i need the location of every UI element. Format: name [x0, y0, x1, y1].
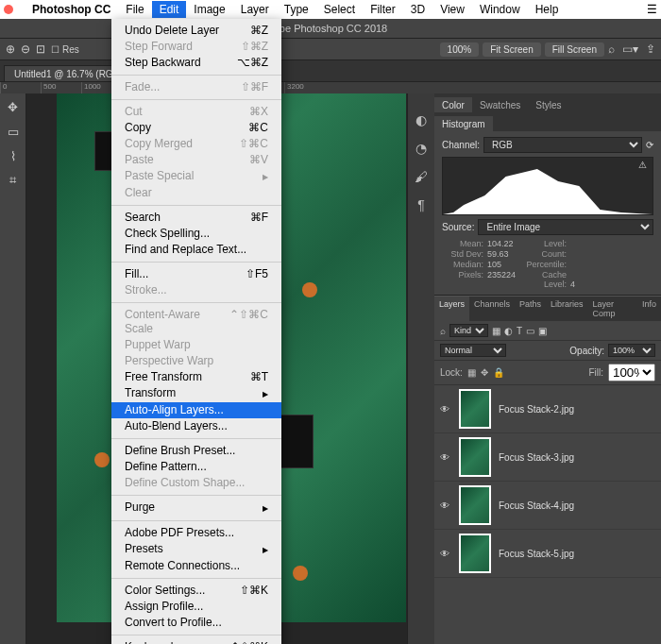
menu-item-check-spelling[interactable]: Check Spelling...: [111, 226, 281, 242]
layer-row[interactable]: 👁Focus Stack-3.jpg: [434, 433, 661, 482]
channel-select[interactable]: RGB: [483, 137, 642, 153]
layer-row[interactable]: 👁Focus Stack-5.jpg: [434, 530, 661, 578]
layer-name[interactable]: Focus Stack-2.jpg: [499, 404, 655, 415]
menu-item-color-settings[interactable]: Color Settings...⇧⌘K: [111, 583, 281, 599]
fill-select[interactable]: 100%: [608, 364, 655, 381]
menu-item-assign-profile[interactable]: Assign Profile...: [111, 599, 281, 615]
layer-row[interactable]: 👁Focus Stack-4.jpg: [434, 482, 661, 530]
tab-color[interactable]: Color: [434, 97, 472, 112]
marquee-tool-icon[interactable]: ▭: [4, 122, 23, 141]
warning-icon[interactable]: ⚠: [638, 160, 647, 170]
color-icon[interactable]: ◔: [415, 141, 427, 156]
menu-item-fill[interactable]: Fill...⇧F5: [111, 266, 281, 282]
zoom-out-icon[interactable]: ⊖: [21, 42, 30, 56]
menu-edit[interactable]: Edit: [152, 1, 187, 18]
search-icon[interactable]: ⌕: [608, 42, 615, 56]
menu-item-remote-connections[interactable]: Remote Connections...: [111, 558, 281, 574]
tab-channels[interactable]: Channels: [469, 297, 515, 321]
menu-item-adobe-pdf-presets[interactable]: Adobe PDF Presets...: [111, 525, 281, 541]
adjustments-icon[interactable]: ◐: [415, 112, 427, 127]
menu-item-keyboard-shortcuts[interactable]: Keyboard Shortcuts...⌃⇧⌘K: [111, 639, 281, 644]
notification-icon[interactable]: ☰: [647, 3, 657, 16]
tab-libraries[interactable]: Libraries: [546, 297, 588, 321]
menu-item-content-aware-scale: Content-Aware Scale⌃⇧⌘C: [111, 307, 281, 337]
workarea: ✥ ▭ ⌇ ⌗ ◐ ◔ 🖌 ¶ Color Swatches Styles: [0, 93, 661, 644]
filter-type-icon[interactable]: T: [517, 326, 522, 336]
layer-name[interactable]: Focus Stack-5.jpg: [499, 549, 655, 559]
window-close-dot[interactable]: [4, 5, 13, 14]
tab-layers[interactable]: Layers: [434, 297, 469, 321]
visibility-icon[interactable]: 👁: [440, 500, 451, 511]
filter-adjust-icon[interactable]: ◐: [504, 326, 513, 336]
zoom-percent-button[interactable]: 100%: [440, 42, 480, 57]
lock-all-icon[interactable]: 🔒: [493, 367, 504, 378]
layer-thumbnail[interactable]: [459, 485, 491, 525]
menu-item-undo-delete-layer[interactable]: Undo Delete Layer⌘Z: [111, 23, 281, 39]
fill-label: Fill:: [588, 367, 603, 378]
kind-select[interactable]: Kind: [449, 324, 488, 337]
zoom-fit-icon[interactable]: ⊡: [36, 42, 45, 56]
lock-pixels-icon[interactable]: ▦: [467, 367, 476, 378]
menu-item-presets[interactable]: Presets: [111, 541, 281, 558]
lasso-tool-icon[interactable]: ⌇: [4, 146, 23, 165]
refresh-icon[interactable]: ⟳: [646, 140, 653, 150]
layer-row[interactable]: 👁Focus Stack-2.jpg: [434, 385, 661, 433]
menu-item-convert-to-profile[interactable]: Convert to Profile...: [111, 615, 281, 631]
menu-view[interactable]: View: [432, 1, 472, 18]
layer-name[interactable]: Focus Stack-3.jpg: [499, 452, 655, 463]
menu-image[interactable]: Image: [186, 1, 232, 18]
menu-filter[interactable]: Filter: [363, 1, 403, 18]
menu-item-define-brush-preset[interactable]: Define Brush Preset...: [111, 443, 281, 459]
menu-item-copy[interactable]: Copy⌘C: [111, 120, 281, 136]
menu-item-find-and-replace-text[interactable]: Find and Replace Text...: [111, 242, 281, 258]
menu-item-free-transform[interactable]: Free Transform⌘T: [111, 369, 281, 385]
menu-item-search[interactable]: Search⌘F: [111, 210, 281, 226]
kind-filter-icon[interactable]: ⌕: [440, 326, 446, 336]
filter-smart-icon[interactable]: ▣: [538, 326, 547, 336]
visibility-icon[interactable]: 👁: [440, 404, 451, 415]
menu-item-auto-align-layers[interactable]: Auto-Align Layers...: [111, 402, 281, 418]
lock-position-icon[interactable]: ✥: [481, 367, 488, 378]
menu-item-step-backward[interactable]: Step Backward⌥⌘Z: [111, 55, 281, 71]
opacity-select[interactable]: 100%: [608, 344, 655, 357]
histogram-graph: ⚠: [442, 157, 653, 215]
fit-screen-button[interactable]: Fit Screen: [483, 42, 541, 57]
tab-histogram[interactable]: Histogram: [434, 116, 493, 131]
layer-name[interactable]: Focus Stack-4.jpg: [499, 500, 655, 511]
menu-help[interactable]: Help: [528, 1, 567, 18]
menu-3d[interactable]: 3D: [403, 1, 432, 18]
fill-screen-button[interactable]: Fill Screen: [545, 42, 604, 57]
resize-windows-checkbox[interactable]: ☐ Res: [51, 44, 79, 55]
menu-item-auto-blend-layers[interactable]: Auto-Blend Layers...: [111, 418, 281, 434]
filter-pixel-icon[interactable]: ▦: [492, 326, 500, 336]
move-tool-icon[interactable]: ✥: [4, 97, 23, 116]
tools-panel: ✥ ▭ ⌇ ⌗: [0, 93, 26, 644]
brush-icon[interactable]: 🖌: [415, 169, 428, 184]
menu-select[interactable]: Select: [316, 1, 363, 18]
tab-swatches[interactable]: Swatches: [472, 97, 528, 112]
visibility-icon[interactable]: 👁: [440, 549, 451, 559]
zoom-tool-icon[interactable]: ⊕: [6, 42, 15, 56]
menu-item-transform[interactable]: Transform: [111, 385, 281, 402]
workspace-icon[interactable]: ▭▾: [622, 42, 638, 56]
menu-window[interactable]: Window: [472, 1, 528, 18]
blend-mode-select[interactable]: Normal: [440, 344, 506, 357]
filter-shape-icon[interactable]: ▭: [526, 326, 534, 336]
menu-file[interactable]: File: [118, 1, 151, 18]
share-icon[interactable]: ⇪: [646, 42, 655, 56]
crop-tool-icon[interactable]: ⌗: [4, 171, 23, 190]
paragraph-icon[interactable]: ¶: [417, 197, 425, 212]
layer-thumbnail[interactable]: [459, 437, 491, 477]
source-select[interactable]: Entire Image: [478, 219, 653, 235]
tab-info[interactable]: Info: [637, 297, 661, 321]
menu-item-define-pattern[interactable]: Define Pattern...: [111, 459, 281, 475]
visibility-icon[interactable]: 👁: [440, 452, 451, 463]
tab-styles[interactable]: Styles: [528, 97, 568, 112]
menu-layer[interactable]: Layer: [233, 1, 277, 18]
layer-thumbnail[interactable]: [459, 534, 491, 573]
tab-paths[interactable]: Paths: [515, 297, 546, 321]
menu-item-purge[interactable]: Purge: [111, 500, 281, 517]
tab-layer-comp[interactable]: Layer Comp: [588, 297, 637, 321]
menu-type[interactable]: Type: [277, 1, 316, 18]
layer-thumbnail[interactable]: [459, 389, 491, 429]
